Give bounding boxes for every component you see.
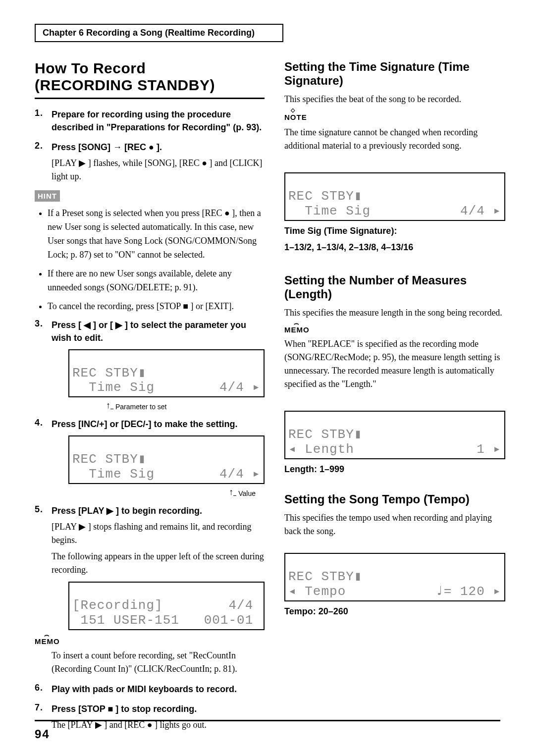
step-1: Prepare for recording using the procedur…: [35, 108, 265, 134]
tempo-param: Tempo: 20–260: [284, 605, 505, 618]
lcd2-line1: REC STBY▮: [72, 452, 146, 467]
title-rule: [35, 98, 265, 99]
length-memo-text: When "REPLACE" is specified as the recor…: [284, 337, 505, 391]
step-5-body2: The following appears in the upper left …: [52, 550, 265, 577]
step-1-head: Prepare for recording using the procedur…: [52, 108, 265, 134]
lcd1-line2b: 4/4 ▸: [219, 380, 261, 395]
lcd-timesig: REC STBY▮ Time Sig4/4 ▸: [284, 172, 505, 221]
pointer-arrow-icon: ↑: [106, 400, 110, 411]
right-column: Setting the Time Signature (Time Signatu…: [284, 60, 505, 739]
step-7-head: Press [STOP ■ ] to stop recording.: [52, 702, 265, 715]
tempo-heading: Setting the Song Tempo (Tempo): [284, 492, 505, 506]
chapter-header: Chapter 6 Recording a Song (Realtime Rec…: [35, 24, 283, 42]
lcd2-line2a: Time Sig: [72, 467, 155, 482]
step-5-head: Press [PLAY ▶ ] to begin recording.: [52, 504, 265, 517]
page-number: 94: [35, 727, 50, 741]
lcd-len-line2a: ◂ Length: [288, 442, 354, 457]
step-3-head: Press [ ◀ ] or [ ▶ ] to select the param…: [52, 319, 265, 344]
value-pointer-label: Value: [238, 489, 256, 497]
lcd3-line1: [Recording] 4/4: [72, 598, 253, 613]
memo-badge: ⌢ MEMO: [35, 637, 60, 646]
title-line2: (RECORDING STANDBY): [35, 77, 215, 93]
footer-rule: [35, 720, 500, 721]
lcd-len-line2b: 1 ▸: [477, 442, 501, 457]
step-2: Press [SONG] → [REC ● ]. [PLAY ▶ ] flash…: [35, 141, 265, 183]
length-intro: This specifies the measure length in the…: [284, 306, 505, 320]
timesig-intro: This specifies the beat of the song to b…: [284, 93, 505, 106]
lcd1-line2a: Time Sig: [72, 380, 155, 395]
step-4-head: Press [INC/+] or [DEC/-] to make the set…: [52, 418, 265, 431]
bullet-2: If there are no new User songs available…: [48, 267, 265, 295]
lcd-length: REC STBY▮ ◂ Length1 ▸: [284, 411, 505, 459]
lcd-tempo-line2a: ◂ Tempo: [288, 585, 346, 599]
note-badge: O◇TE: [284, 113, 307, 121]
timesig-heading: Setting the Time Signature (Time Signatu…: [284, 60, 505, 88]
hint-badge: HINT: [35, 190, 60, 202]
step-5: Press [PLAY ▶ ] to begin recording. [PLA…: [35, 504, 265, 630]
lcd-tempo-line2b: ♩= 120 ▸: [435, 585, 501, 599]
lcd-ts-line2a: Time Sig: [288, 204, 371, 219]
length-heading: Setting the Number of Measures (Length): [284, 273, 505, 301]
step-3: Press [ ◀ ] or [ ▶ ] to select the param…: [35, 319, 265, 411]
step-4: Press [INC/+] or [DEC/-] to make the set…: [35, 418, 265, 497]
step-5-body1: [PLAY ▶ ] stops flashing and remains lit…: [52, 520, 265, 547]
left-column: How To Record (RECORDING STANDBY) Prepar…: [35, 60, 265, 739]
pointer-arrow-icon: ↑: [229, 487, 233, 497]
lcd-display-1: REC STBY▮ Time Sig4/4 ▸: [68, 349, 265, 398]
lcd1-line1: REC STBY▮: [72, 366, 146, 380]
bullet-3: To cancel the recording, press [STOP ■ ]…: [48, 300, 265, 314]
hint-bullets: If a Preset song is selected when you pr…: [35, 207, 265, 313]
timesig-note: The time signature cannot be changed whe…: [284, 126, 505, 153]
bullet-1: If a Preset song is selected when you pr…: [48, 207, 265, 262]
lcd3-line2: 151 USER-151 001-01: [72, 613, 253, 628]
step-2-body: [PLAY ▶ ] flashes, while [SONG], [REC ● …: [52, 157, 265, 183]
memo-text: To insert a count before recording, set …: [52, 649, 265, 676]
timesig-param-vals: 1–13/2, 1–13/4, 2–13/8, 4–13/16: [284, 241, 505, 254]
tempo-intro: This specifies the tempo used when recor…: [284, 511, 505, 538]
lcd-display-2: REC STBY▮ Time Sig4/4 ▸: [68, 435, 265, 484]
lcd-tempo-line1: REC STBY▮: [288, 569, 362, 584]
lcd2-line2b: 4/4 ▸: [219, 467, 261, 482]
lcd-len-line1: REC STBY▮: [288, 427, 362, 442]
step-7: Press [STOP ■ ] to stop recording. The […: [35, 702, 265, 732]
lcd-ts-line1: REC STBY▮: [288, 189, 362, 204]
length-param: Length: 1–999: [284, 463, 505, 476]
title-line1: How To Record: [35, 60, 146, 76]
step-6: Play with pads or MIDI keyboards to reco…: [35, 683, 265, 696]
memo-badge-length: ⌢ MEMO: [284, 325, 310, 334]
step-6-head: Play with pads or MIDI keyboards to reco…: [52, 683, 265, 696]
section-title: How To Record (RECORDING STANDBY): [35, 60, 265, 94]
lcd-display-3: [Recording] 4/4 151 USER-151 001-01: [68, 582, 265, 630]
param-pointer-label: Parameter to set: [115, 403, 167, 411]
lcd-tempo: REC STBY▮ ◂ Tempo♩= 120 ▸: [284, 553, 505, 601]
step-2-head: Press [SONG] → [REC ● ].: [52, 141, 265, 154]
timesig-param-head: Time Sig (Time Signature):: [284, 225, 505, 237]
lcd-ts-line2b: 4/4 ▸: [460, 204, 501, 219]
